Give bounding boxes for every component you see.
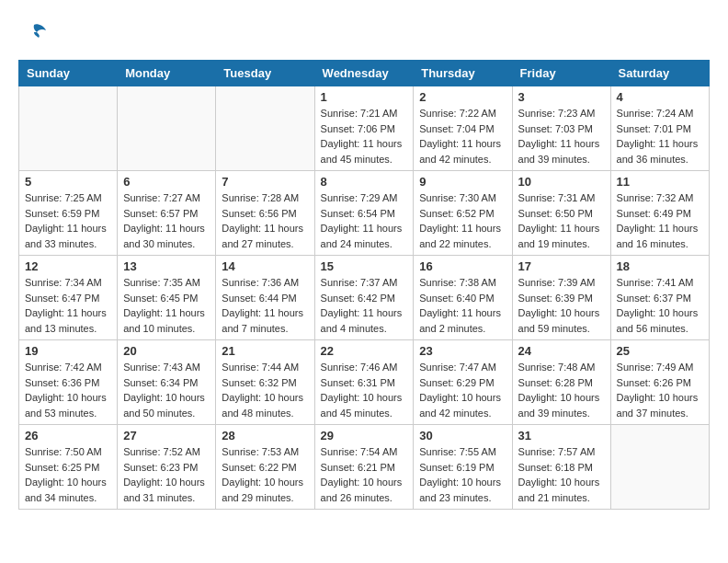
calendar-day-cell: 28Sunrise: 7:53 AMSunset: 6:22 PMDayligh…	[216, 425, 314, 510]
calendar-day-cell: 16Sunrise: 7:38 AMSunset: 6:40 PMDayligh…	[414, 256, 512, 340]
day-info: Sunrise: 7:31 AMSunset: 6:50 PMDaylight:…	[518, 190, 605, 251]
day-info: Sunrise: 7:53 AMSunset: 6:22 PMDaylight:…	[222, 444, 308, 505]
day-number: 19	[25, 344, 111, 358]
calendar-day-cell: 19Sunrise: 7:42 AMSunset: 6:36 PMDayligh…	[19, 340, 118, 425]
calendar-day-cell: 13Sunrise: 7:35 AMSunset: 6:45 PMDayligh…	[118, 256, 216, 340]
calendar-day-cell: 1Sunrise: 7:21 AMSunset: 7:06 PMDaylight…	[314, 86, 414, 171]
day-info: Sunrise: 7:39 AMSunset: 6:39 PMDaylight:…	[518, 275, 605, 336]
logo	[18, 18, 48, 51]
day-number: 18	[617, 259, 703, 273]
day-number: 2	[419, 90, 506, 104]
weekday-header: Monday	[118, 61, 216, 86]
day-info: Sunrise: 7:57 AMSunset: 6:18 PMDaylight:…	[518, 444, 605, 505]
calendar-header-row: SundayMondayTuesdayWednesdayThursdayFrid…	[19, 61, 710, 86]
calendar-day-cell: 7Sunrise: 7:28 AMSunset: 6:56 PMDaylight…	[216, 171, 314, 256]
day-number: 14	[222, 259, 308, 273]
day-number: 23	[419, 344, 506, 358]
calendar-day-cell: 29Sunrise: 7:54 AMSunset: 6:21 PMDayligh…	[314, 425, 414, 510]
day-number: 11	[617, 175, 703, 189]
day-info: Sunrise: 7:47 AMSunset: 6:29 PMDaylight:…	[419, 360, 506, 420]
day-number: 9	[419, 175, 506, 189]
calendar-week-row: 1Sunrise: 7:21 AMSunset: 7:06 PMDaylight…	[19, 86, 710, 171]
day-number: 21	[222, 344, 308, 358]
day-info: Sunrise: 7:35 AMSunset: 6:45 PMDaylight:…	[123, 275, 210, 336]
calendar-week-row: 5Sunrise: 7:25 AMSunset: 6:59 PMDaylight…	[19, 171, 710, 256]
calendar-day-cell: 26Sunrise: 7:50 AMSunset: 6:25 PMDayligh…	[19, 425, 118, 510]
day-number: 13	[123, 259, 210, 273]
weekday-header: Saturday	[610, 61, 709, 86]
day-info: Sunrise: 7:48 AMSunset: 6:28 PMDaylight:…	[518, 360, 605, 420]
day-number: 22	[321, 344, 408, 358]
day-info: Sunrise: 7:43 AMSunset: 6:34 PMDaylight:…	[123, 360, 210, 420]
day-info: Sunrise: 7:21 AMSunset: 7:06 PMDaylight:…	[321, 106, 408, 167]
calendar-day-cell: 30Sunrise: 7:55 AMSunset: 6:19 PMDayligh…	[414, 425, 512, 510]
day-number: 7	[222, 175, 308, 189]
calendar-day-cell	[118, 86, 216, 171]
day-number: 12	[25, 259, 111, 273]
weekday-header: Sunday	[19, 61, 118, 86]
calendar-day-cell: 8Sunrise: 7:29 AMSunset: 6:54 PMDaylight…	[314, 171, 414, 256]
day-info: Sunrise: 7:28 AMSunset: 6:56 PMDaylight:…	[222, 190, 308, 251]
day-number: 25	[617, 344, 703, 358]
day-number: 8	[321, 175, 408, 189]
day-number: 31	[518, 429, 605, 442]
day-number: 27	[123, 429, 210, 442]
calendar-day-cell	[216, 86, 314, 171]
calendar-week-row: 26Sunrise: 7:50 AMSunset: 6:25 PMDayligh…	[19, 425, 710, 510]
day-info: Sunrise: 7:44 AMSunset: 6:32 PMDaylight:…	[222, 360, 308, 420]
day-info: Sunrise: 7:30 AMSunset: 6:52 PMDaylight:…	[419, 190, 506, 251]
day-info: Sunrise: 7:46 AMSunset: 6:31 PMDaylight:…	[321, 360, 408, 420]
day-info: Sunrise: 7:25 AMSunset: 6:59 PMDaylight:…	[25, 190, 111, 251]
day-number: 20	[123, 344, 210, 358]
day-info: Sunrise: 7:41 AMSunset: 6:37 PMDaylight:…	[617, 275, 703, 336]
day-number: 4	[617, 90, 703, 104]
day-info: Sunrise: 7:54 AMSunset: 6:21 PMDaylight:…	[321, 444, 408, 505]
day-number: 15	[321, 259, 408, 273]
day-number: 16	[419, 259, 506, 273]
calendar-day-cell: 12Sunrise: 7:34 AMSunset: 6:47 PMDayligh…	[19, 256, 118, 340]
day-info: Sunrise: 7:24 AMSunset: 7:01 PMDaylight:…	[617, 106, 703, 167]
day-info: Sunrise: 7:34 AMSunset: 6:47 PMDaylight:…	[25, 275, 111, 336]
day-info: Sunrise: 7:36 AMSunset: 6:44 PMDaylight:…	[222, 275, 308, 336]
calendar-day-cell: 2Sunrise: 7:22 AMSunset: 7:04 PMDaylight…	[414, 86, 512, 171]
calendar-day-cell: 4Sunrise: 7:24 AMSunset: 7:01 PMDaylight…	[610, 86, 709, 171]
day-info: Sunrise: 7:27 AMSunset: 6:57 PMDaylight:…	[123, 190, 210, 251]
day-number: 1	[321, 90, 408, 104]
day-number: 28	[222, 429, 308, 442]
calendar-day-cell: 20Sunrise: 7:43 AMSunset: 6:34 PMDayligh…	[118, 340, 216, 425]
weekday-header: Thursday	[414, 61, 512, 86]
weekday-header: Tuesday	[216, 61, 314, 86]
day-number: 5	[25, 175, 111, 189]
calendar-day-cell: 24Sunrise: 7:48 AMSunset: 6:28 PMDayligh…	[512, 340, 610, 425]
day-number: 29	[321, 429, 408, 442]
calendar-day-cell: 27Sunrise: 7:52 AMSunset: 6:23 PMDayligh…	[118, 425, 216, 510]
day-info: Sunrise: 7:42 AMSunset: 6:36 PMDaylight:…	[25, 360, 111, 420]
calendar-day-cell: 23Sunrise: 7:47 AMSunset: 6:29 PMDayligh…	[414, 340, 512, 425]
day-number: 6	[123, 175, 210, 189]
calendar-day-cell: 31Sunrise: 7:57 AMSunset: 6:18 PMDayligh…	[512, 425, 610, 510]
calendar-week-row: 12Sunrise: 7:34 AMSunset: 6:47 PMDayligh…	[19, 256, 710, 340]
day-info: Sunrise: 7:50 AMSunset: 6:25 PMDaylight:…	[25, 444, 111, 505]
logo-bird-icon	[20, 18, 48, 46]
calendar-day-cell: 5Sunrise: 7:25 AMSunset: 6:59 PMDaylight…	[19, 171, 118, 256]
calendar-day-cell: 25Sunrise: 7:49 AMSunset: 6:26 PMDayligh…	[610, 340, 709, 425]
day-number: 30	[419, 429, 506, 442]
weekday-header: Friday	[512, 61, 610, 86]
calendar-day-cell: 18Sunrise: 7:41 AMSunset: 6:37 PMDayligh…	[610, 256, 709, 340]
calendar-day-cell: 6Sunrise: 7:27 AMSunset: 6:57 PMDaylight…	[118, 171, 216, 256]
day-number: 17	[518, 259, 605, 273]
day-info: Sunrise: 7:49 AMSunset: 6:26 PMDaylight:…	[617, 360, 703, 420]
page-header	[18, 18, 710, 51]
calendar-day-cell: 11Sunrise: 7:32 AMSunset: 6:49 PMDayligh…	[610, 171, 709, 256]
day-info: Sunrise: 7:22 AMSunset: 7:04 PMDaylight:…	[419, 106, 506, 167]
calendar-week-row: 19Sunrise: 7:42 AMSunset: 6:36 PMDayligh…	[19, 340, 710, 425]
calendar-day-cell: 3Sunrise: 7:23 AMSunset: 7:03 PMDaylight…	[512, 86, 610, 171]
calendar-day-cell: 9Sunrise: 7:30 AMSunset: 6:52 PMDaylight…	[414, 171, 512, 256]
day-number: 3	[518, 90, 605, 104]
day-number: 24	[518, 344, 605, 358]
calendar-day-cell: 22Sunrise: 7:46 AMSunset: 6:31 PMDayligh…	[314, 340, 414, 425]
day-number: 10	[518, 175, 605, 189]
calendar-day-cell	[19, 86, 118, 171]
day-info: Sunrise: 7:55 AMSunset: 6:19 PMDaylight:…	[419, 444, 506, 505]
calendar-day-cell: 15Sunrise: 7:37 AMSunset: 6:42 PMDayligh…	[314, 256, 414, 340]
